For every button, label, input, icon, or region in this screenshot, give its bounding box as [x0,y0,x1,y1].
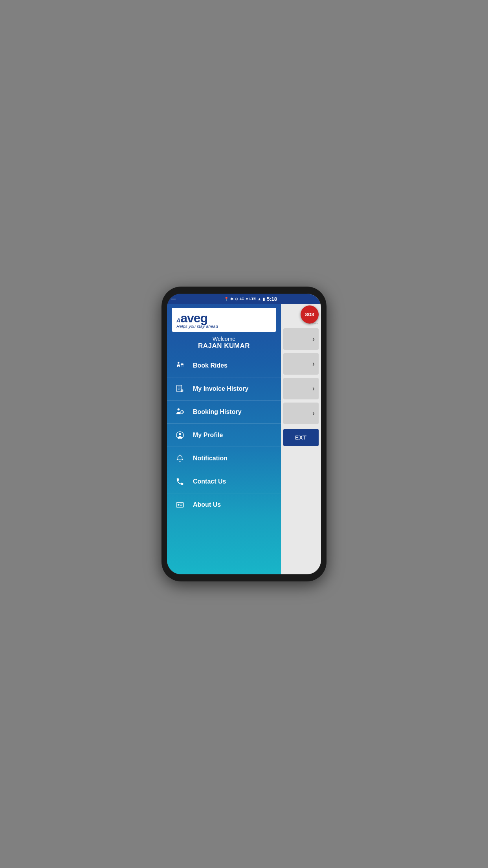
status-right: 📍 ✱ ⊖ 4G ▾ LTE ▲ ▮ 5:18 [224,296,277,302]
chevron-right-icon-4: › [312,409,315,417]
menu-item-my-profile[interactable]: My Profile [167,423,281,447]
svg-point-20 [178,504,180,506]
right-row-1[interactable]: › [283,328,319,350]
svg-rect-9 [181,390,183,392]
person-car-icon [175,360,185,371]
status-dash: — [171,296,176,302]
menu-item-contact-us[interactable]: Contact Us [167,470,281,493]
app-logo: A aveg Helps you stay ahead [172,308,276,332]
right-row-4[interactable]: › [283,403,319,424]
profile-circle-icon [175,430,185,440]
svg-point-1 [177,366,178,367]
svg-point-17 [179,433,181,436]
menu-label-invoice-history: My Invoice History [193,385,248,392]
menu-item-booking-history[interactable]: Booking History [167,400,281,423]
menu-item-notification[interactable]: Notification [167,447,281,470]
svg-point-0 [178,362,180,364]
next-button-label: EXT [295,434,307,441]
data-4g-label: 4G [240,297,244,301]
chevron-right-icon-2: › [312,360,315,368]
menu-label-book-rides: Book Rides [193,362,227,369]
right-row-2[interactable]: › [283,353,319,375]
chevron-right-icon-1: › [312,335,315,343]
right-status-bar [281,294,321,304]
status-bar: — 📍 ✱ ⊖ 4G ▾ LTE ▲ ▮ 5:18 [167,294,281,304]
clock: 5:18 [267,296,277,302]
navigation-drawer: — 📍 ✱ ⊖ 4G ▾ LTE ▲ ▮ 5:18 A ave [167,294,281,574]
menu-label-contact-us: Contact Us [193,478,226,485]
bell-icon [175,453,185,463]
svg-point-4 [183,366,183,366]
id-card-icon [175,500,185,510]
menu-list: Book Rides [167,354,281,574]
sos-button[interactable]: SOS [301,305,319,324]
signal-icon: ▾ [246,297,248,301]
mute-icon: ⊖ [235,297,238,301]
status-left: — [171,296,176,302]
menu-item-book-rides[interactable]: Book Rides [167,354,281,377]
bluetooth-icon: ✱ [230,297,233,301]
signal2-icon: ▲ [257,297,261,301]
sos-label: SOS [305,312,314,317]
logo-text: aveg [180,311,207,326]
svg-point-12 [178,408,180,411]
logo-tagline: Helps you stay ahead [176,324,272,329]
svg-point-3 [181,366,182,366]
phone-screen: — 📍 ✱ ⊖ 4G ▾ LTE ▲ ▮ 5:18 A ave [167,294,321,574]
welcome-section: Welcome RAJAN KUMAR [167,332,281,352]
menu-item-about-us[interactable]: About Us [167,493,281,516]
menu-label-my-profile: My Profile [193,432,223,439]
right-content-area: › › › › EXT [281,324,321,574]
battery-icon: ▮ [263,297,265,301]
lte-label: LTE [250,297,256,301]
person-clock-icon [175,407,185,417]
next-button[interactable]: EXT [283,429,319,446]
menu-label-about-us: About Us [193,501,221,508]
right-row-3[interactable]: › [283,378,319,399]
phone-icon [175,476,185,487]
menu-label-booking-history: Booking History [193,408,242,416]
svg-rect-19 [176,503,183,508]
menu-item-invoice-history[interactable]: My Invoice History [167,377,281,400]
phone-device: — 📍 ✱ ⊖ 4G ▾ LTE ▲ ▮ 5:18 A ave [161,287,327,581]
invoice-icon [175,384,185,394]
welcome-greeting: Welcome [167,336,281,342]
main-content-panel: SOS Go Data... › › › › EXT [281,294,321,574]
location-icon: 📍 [224,297,229,301]
user-name: RAJAN KUMAR [167,342,281,350]
chevron-right-icon-3: › [312,384,315,393]
menu-label-notification: Notification [193,455,227,462]
svg-point-2 [179,366,180,367]
